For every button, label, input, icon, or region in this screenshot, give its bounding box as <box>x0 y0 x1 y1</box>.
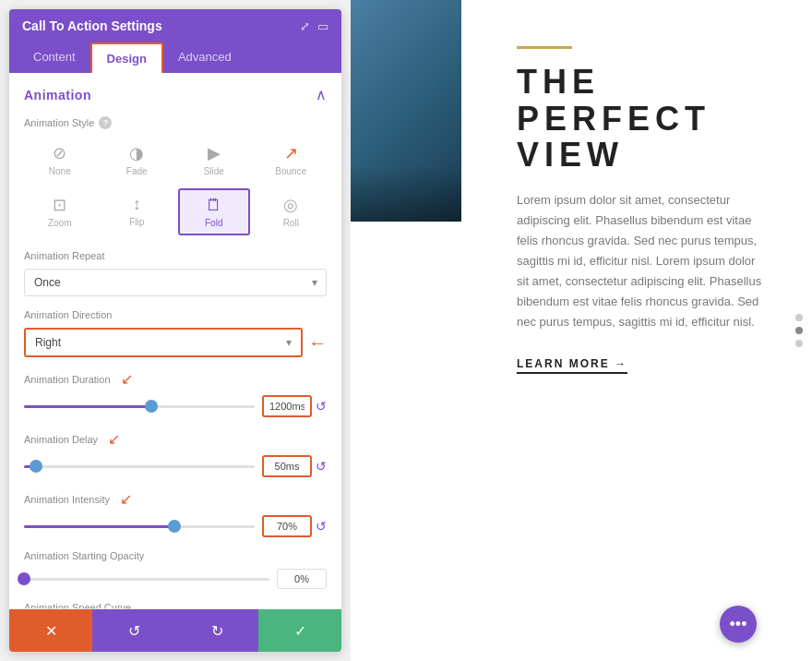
direction-arrow-indicator: ← <box>308 332 327 354</box>
right-content: THE PERFECT VIEW Lorem ipsum dolor sit a… <box>351 0 812 661</box>
dot-3[interactable] <box>795 340 803 347</box>
help-icon[interactable]: ? <box>99 116 112 129</box>
flip-icon: ↕ <box>133 195 141 214</box>
undo-button[interactable]: ↺ <box>92 609 175 652</box>
learn-more-button[interactable]: LEARN MORE → <box>517 357 627 374</box>
delay-reset-button[interactable]: ↺ <box>316 459 327 474</box>
intensity-slider-fill <box>24 525 174 528</box>
settings-title: Call To Action Settings <box>22 18 162 33</box>
anim-fade[interactable]: ◑ Fade <box>102 137 173 183</box>
anim-slide[interactable]: ▶ Slide <box>178 137 250 183</box>
hero-image <box>351 0 461 222</box>
anim-flip[interactable]: ↕ Flip <box>102 188 173 235</box>
bottom-toolbar: ✕ ↺ ↻ ✓ <box>9 608 341 652</box>
opacity-slider-track[interactable] <box>24 578 269 581</box>
save-button[interactable]: ✓ <box>258 609 341 652</box>
dot-2[interactable] <box>795 327 803 334</box>
duration-slider-fill <box>24 405 151 408</box>
animation-direction-group: Animation Direction Right Left Top Botto… <box>24 309 327 357</box>
duration-arrow-indicator: ↙ <box>121 370 133 388</box>
opacity-slider-row <box>24 569 327 589</box>
duration-input-box: ↺ <box>262 395 327 417</box>
header-icons: ⤢ ▭ <box>300 19 328 33</box>
roll-icon: ◎ <box>283 195 298 215</box>
animation-intensity-label: Animation Intensity ↙ <box>24 490 327 508</box>
tab-content[interactable]: Content <box>18 42 90 73</box>
opacity-slider-thumb[interactable] <box>18 572 30 585</box>
zoom-label: Zoom <box>48 218 72 228</box>
dot-1[interactable] <box>795 314 803 321</box>
fade-icon: ◑ <box>129 143 144 163</box>
intensity-slider-thumb[interactable] <box>168 520 181 533</box>
collapse-button[interactable]: ∧ <box>316 86 327 103</box>
duration-slider-thumb[interactable] <box>145 400 158 413</box>
slide-label: Slide <box>204 166 224 176</box>
animation-delay-group: Animation Delay ↙ ↺ <box>24 430 327 477</box>
cancel-button[interactable]: ✕ <box>9 609 92 652</box>
intensity-arrow-indicator: ↙ <box>120 490 132 508</box>
roll-label: Roll <box>283 218 299 228</box>
anim-bounce[interactable]: ↗ Bounce <box>256 137 328 183</box>
delay-slider-thumb[interactable] <box>30 460 42 473</box>
anim-none[interactable]: ⊘ None <box>24 137 96 183</box>
animation-opacity-label: Animation Starting Opacity <box>24 550 327 561</box>
left-panel: Call To Action Settings ⤢ ▭ Content Desi… <box>0 0 351 661</box>
tabs-row: Content Design Advanced <box>9 42 341 73</box>
tab-design[interactable]: Design <box>90 42 163 73</box>
fab-icon: ••• <box>730 615 747 634</box>
delay-slider-row: ↺ <box>24 455 327 477</box>
tab-advanced[interactable]: Advanced <box>163 42 246 73</box>
anim-zoom[interactable]: ⊡ Zoom <box>24 188 96 235</box>
slide-icon: ▶ <box>208 143 221 163</box>
hero-title: THE PERFECT VIEW <box>517 64 766 174</box>
settings-body: Animation ∧ Animation Style ? ⊘ None <box>9 73 341 608</box>
duration-value-input[interactable] <box>262 395 312 417</box>
duration-slider-row: ↺ <box>24 395 327 417</box>
animation-direction-select-wrapper: Right Left Top Bottom <box>24 328 303 357</box>
animation-intensity-group: Animation Intensity ↙ ↺ <box>24 490 327 537</box>
opacity-value-input[interactable] <box>277 569 327 589</box>
none-label: None <box>49 166 71 176</box>
flip-label: Flip <box>129 217 144 227</box>
anim-fold[interactable]: 🗒 Fold <box>178 188 250 235</box>
delay-value-input[interactable] <box>262 455 312 477</box>
animation-repeat-group: Animation Repeat Once Loop Infinite <box>24 250 327 296</box>
animation-style-grid: ⊘ None ◑ Fade ▶ Slide ↗ <box>24 137 327 235</box>
fold-label: Fold <box>205 218 222 228</box>
resize-icon[interactable]: ⤢ <box>300 19 310 33</box>
intensity-input-box: ↺ <box>262 515 327 537</box>
redo-button[interactable]: ↻ <box>175 609 258 652</box>
animation-opacity-group: Animation Starting Opacity <box>24 550 327 589</box>
hero-description: Lorem ipsum dolor sit amet, consectetur … <box>517 190 766 333</box>
animation-duration-label: Animation Duration ↙ <box>24 370 327 388</box>
close-icon[interactable]: ▭ <box>317 19 328 33</box>
settings-window: Call To Action Settings ⤢ ▭ Content Desi… <box>9 9 341 652</box>
direction-row: Right Left Top Bottom ← <box>24 328 327 357</box>
animation-style-label: Animation Style ? <box>24 116 327 129</box>
delay-arrow-indicator: ↙ <box>108 430 120 448</box>
accent-line <box>517 46 572 49</box>
zoom-icon: ⊡ <box>53 195 66 215</box>
bounce-icon: ↗ <box>284 143 298 163</box>
content-area: THE PERFECT VIEW Lorem ipsum dolor sit a… <box>517 37 766 374</box>
animation-repeat-label: Animation Repeat <box>24 250 327 261</box>
anim-roll[interactable]: ◎ Roll <box>256 188 328 235</box>
sidebar-dots <box>795 314 803 347</box>
animation-speed-label: Animation Speed Curve <box>24 602 327 608</box>
delay-slider-track[interactable] <box>24 465 255 468</box>
animation-repeat-select-wrapper: Once Loop Infinite <box>24 269 327 296</box>
animation-repeat-select[interactable]: Once Loop Infinite <box>24 269 327 296</box>
fold-icon: 🗒 <box>206 196 222 215</box>
intensity-reset-button[interactable]: ↺ <box>316 519 327 534</box>
animation-delay-label: Animation Delay ↙ <box>24 430 327 448</box>
duration-slider-track[interactable] <box>24 405 255 408</box>
intensity-slider-track[interactable] <box>24 525 255 528</box>
fab-button[interactable]: ••• <box>720 606 757 643</box>
duration-reset-button[interactable]: ↺ <box>316 399 327 414</box>
none-icon: ⊘ <box>53 143 66 163</box>
intensity-value-input[interactable] <box>262 515 312 537</box>
animation-direction-select[interactable]: Right Left Top Bottom <box>26 330 301 355</box>
fade-label: Fade <box>126 166 148 176</box>
delay-input-box: ↺ <box>262 455 327 477</box>
intensity-slider-row: ↺ <box>24 515 327 537</box>
